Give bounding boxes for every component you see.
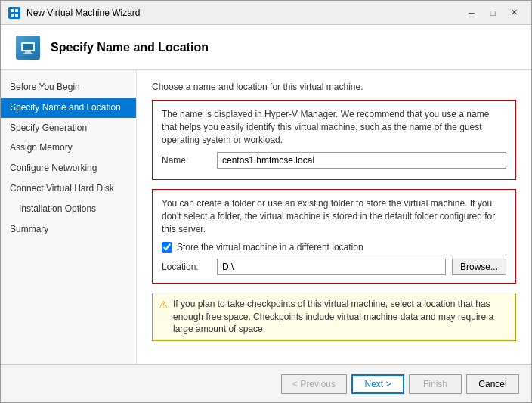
svg-rect-5 — [23, 44, 33, 50]
store-location-label[interactable]: Store the virtual machine in a different… — [177, 242, 363, 253]
svg-rect-2 — [11, 14, 14, 17]
name-section: The name is displayed in Hyper-V Manager… — [152, 100, 516, 180]
wizard-content: Before You BeginSpecify Name and Locatio… — [1, 70, 531, 364]
sidebar: Before You BeginSpecify Name and Locatio… — [1, 70, 137, 364]
title-bar-controls: ─ □ ✕ — [462, 5, 524, 20]
sidebar-item-before-you-begin[interactable]: Before You Begin — [1, 77, 136, 98]
browse-button[interactable]: Browse... — [452, 259, 506, 275]
name-label: Name: — [162, 155, 211, 166]
title-bar-left: New Virtual Machine Wizard — [8, 7, 141, 19]
name-row: Name: — [162, 152, 506, 169]
previous-button[interactable]: < Previous — [281, 374, 347, 394]
main-content: Choose a name and location for this virt… — [137, 70, 531, 364]
svg-rect-6 — [25, 51, 31, 53]
location-label: Location: — [162, 262, 211, 272]
sidebar-item-installation-options[interactable]: Installation Options — [1, 199, 136, 219]
store-location-row: Store the virtual machine in a different… — [162, 242, 506, 253]
sidebar-item-specify-name[interactable]: Specify Name and Location — [1, 98, 136, 118]
wizard-footer: < Previous Next > Finish Cancel — [1, 364, 531, 402]
sidebar-item-summary[interactable]: Summary — [1, 219, 136, 240]
cancel-button[interactable]: Cancel — [466, 374, 519, 394]
name-input[interactable] — [217, 152, 506, 169]
location-desc-text: You can create a folder or use an existi… — [162, 197, 506, 235]
window-icon — [8, 7, 20, 19]
name-warning-text: The name is displayed in Hyper-V Manager… — [162, 108, 506, 146]
sidebar-item-assign-memory[interactable]: Assign Memory — [1, 138, 136, 158]
finish-button[interactable]: Finish — [409, 374, 462, 394]
sidebar-item-specify-generation[interactable]: Specify Generation — [1, 118, 136, 138]
window-title: New Virtual Machine Wizard — [26, 8, 141, 18]
location-row: Location: Browse... — [162, 259, 506, 275]
location-input[interactable] — [217, 259, 446, 275]
checkpoint-warning-text: If you plan to take checkpoints of this … — [173, 298, 509, 336]
next-button[interactable]: Next > — [351, 374, 404, 394]
svg-rect-1 — [15, 9, 18, 12]
minimize-button[interactable]: ─ — [462, 5, 481, 20]
store-location-checkbox[interactable] — [162, 242, 172, 253]
close-button[interactable]: ✕ — [504, 5, 524, 20]
sidebar-item-connect-vhd[interactable]: Connect Virtual Hard Disk — [1, 178, 136, 199]
header-icon — [16, 36, 40, 60]
intro-text: Choose a name and location for this virt… — [152, 82, 516, 92]
title-bar: New Virtual Machine Wizard ─ □ ✕ — [1, 1, 531, 25]
maximize-button[interactable]: □ — [483, 5, 503, 20]
sidebar-item-configure-networking[interactable]: Configure Networking — [1, 158, 136, 178]
warning-icon: ⚠ — [159, 298, 169, 313]
wizard-title: Specify Name and Location — [51, 41, 209, 54]
svg-rect-7 — [23, 53, 32, 54]
wizard-header: Specify Name and Location — [1, 25, 531, 70]
wizard-window: New Virtual Machine Wizard ─ □ ✕ Specify… — [0, 0, 532, 403]
location-section: You can create a folder or use an existi… — [152, 189, 516, 283]
svg-rect-3 — [15, 14, 18, 17]
checkpoint-warning: ⚠ If you plan to take checkpoints of thi… — [152, 293, 516, 341]
svg-rect-0 — [11, 9, 14, 12]
